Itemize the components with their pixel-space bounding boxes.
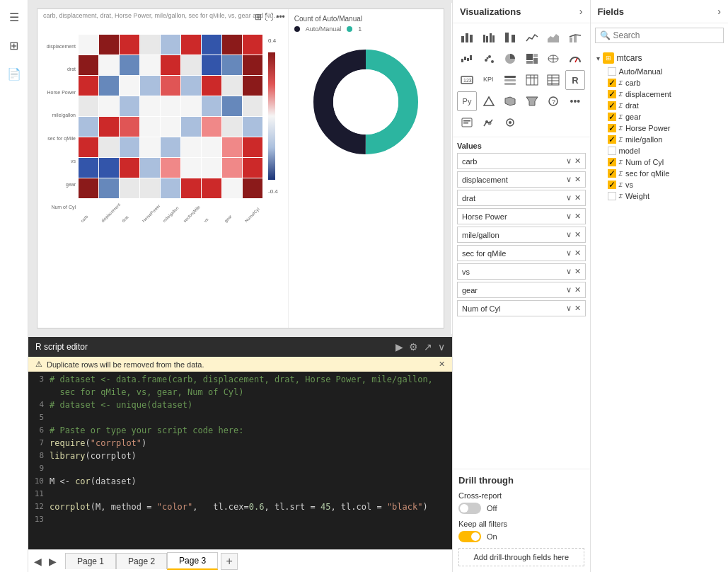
collapse-icon[interactable]: ∨: [438, 341, 445, 353]
viz-filled-map[interactable]: [500, 91, 520, 111]
focus-icon[interactable]: ⛶: [265, 12, 273, 22]
viz-clustered-bar[interactable]: [479, 28, 499, 47]
viz-panel-expand[interactable]: ›: [579, 6, 583, 17]
value-item-sec-qmile[interactable]: sec for qMile ∨ ✕: [457, 245, 586, 261]
more-icon[interactable]: •••: [276, 12, 285, 22]
value-remove[interactable]: ✕: [574, 156, 581, 166]
field-item-sec-qmile[interactable]: ✓ Σ sec for qMile: [591, 168, 729, 179]
add-page-button[interactable]: +: [221, 553, 238, 570]
viz-funnel[interactable]: [522, 91, 542, 111]
field-item-horse-power[interactable]: ✓ Σ Horse Power: [591, 122, 729, 134]
viz-card[interactable]: 123: [457, 70, 477, 90]
viz-stacked-column[interactable]: [500, 28, 520, 47]
line-num: 10: [28, 476, 50, 489]
fields-search-box[interactable]: 🔍: [595, 28, 724, 43]
value-item-drat[interactable]: drat ∨ ✕: [457, 190, 586, 206]
viz-format-icon[interactable]: [457, 113, 477, 132]
value-item-vs[interactable]: vs ∨ ✕: [457, 263, 586, 280]
value-remove[interactable]: ✕: [574, 248, 581, 258]
viz-scatter[interactable]: [479, 49, 499, 69]
viz-waterfall[interactable]: [457, 49, 477, 69]
page-tab-1[interactable]: Page 1: [65, 553, 116, 569]
keep-filters-toggle[interactable]: [458, 531, 481, 542]
value-chevron[interactable]: ∨: [566, 175, 572, 184]
value-item-gear[interactable]: gear ∨ ✕: [457, 282, 586, 298]
field-checkbox: ✓: [608, 101, 616, 110]
value-item-mile-gallon[interactable]: mile/gallon ∨ ✕: [457, 227, 586, 243]
cross-report-toggle[interactable]: [458, 503, 481, 514]
prev-page-arrow[interactable]: ◀: [31, 554, 45, 568]
value-chevron[interactable]: ∨: [566, 267, 572, 276]
r-editor-body[interactable]: 3 # dataset <- data.frame(carb, displace…: [28, 372, 452, 549]
value-remove[interactable]: ✕: [574, 230, 581, 239]
value-chevron[interactable]: ∨: [566, 230, 572, 239]
value-remove[interactable]: ✕: [574, 285, 581, 294]
viz-more[interactable]: •••: [565, 91, 585, 111]
viz-gauge[interactable]: [565, 49, 585, 69]
viz-line[interactable]: [522, 28, 542, 47]
settings-icon[interactable]: ⚙: [409, 341, 418, 353]
filters-panel-tab[interactable]: Filters: [450, 3, 452, 334]
line-code: # dataset <- data.frame(carb, displaceme…: [50, 374, 433, 387]
field-item-weight[interactable]: Σ Weight: [591, 190, 729, 202]
warning-close[interactable]: ✕: [439, 360, 445, 369]
value-remove[interactable]: ✕: [574, 193, 581, 202]
field-item-num-cyl[interactable]: ✓ Σ Num of Cyl: [591, 156, 729, 168]
viz-treemap[interactable]: [522, 49, 542, 69]
value-chevron[interactable]: ∨: [566, 212, 572, 221]
value-chevron[interactable]: ∨: [566, 285, 572, 294]
viz-fields-icon[interactable]: [500, 113, 520, 132]
report-icon[interactable]: 📄: [3, 62, 25, 85]
add-drill-through-button[interactable]: Add drill-through fields here: [458, 548, 584, 566]
viz-slicer[interactable]: [500, 70, 520, 90]
value-chevron[interactable]: ∨: [566, 248, 572, 258]
viz-analytics-icon[interactable]: [479, 113, 499, 132]
menu-icon[interactable]: ☰: [3, 6, 25, 28]
field-item-model[interactable]: model: [591, 145, 729, 156]
run-icon[interactable]: ▶: [395, 341, 403, 353]
value-item-num-cyl[interactable]: Num of Cyl ∨ ✕: [457, 300, 586, 316]
value-item-horse-power[interactable]: Horse Power ∨ ✕: [457, 208, 586, 224]
field-item-auto-manual[interactable]: Auto/Manual: [591, 66, 729, 77]
viz-qa[interactable]: ?: [543, 91, 563, 111]
viz-table[interactable]: [522, 70, 542, 90]
field-item-carb[interactable]: ✓ Σ carb: [591, 77, 729, 88]
page-tab-2[interactable]: Page 2: [116, 553, 167, 569]
fields-search-input[interactable]: [613, 30, 720, 40]
field-item-drat[interactable]: ✓ Σ drat: [591, 100, 729, 111]
field-group-header[interactable]: ▾ ⊞ mtcars: [591, 50, 729, 66]
value-remove[interactable]: ✕: [574, 304, 581, 313]
field-item-gear[interactable]: ✓ Σ gear: [591, 111, 729, 122]
value-item-carb[interactable]: carb ∨ ✕: [457, 153, 586, 169]
viz-combo[interactable]: [565, 28, 585, 47]
field-item-mile-gallon[interactable]: ✓ Σ mile/gallon: [591, 134, 729, 145]
viz-py[interactable]: Py: [457, 91, 477, 111]
field-item-vs[interactable]: ✓ Σ vs: [591, 179, 729, 190]
cross-report-state: Off: [487, 504, 497, 513]
viz-area[interactable]: [543, 28, 563, 47]
filter-icon[interactable]: ⊞: [255, 12, 262, 22]
value-chevron[interactable]: ∨: [566, 156, 572, 166]
field-checkbox: ✓: [608, 169, 616, 178]
viz-shape[interactable]: [479, 91, 499, 111]
value-remove[interactable]: ✕: [574, 267, 581, 276]
pages-icon[interactable]: ⊞: [3, 34, 25, 57]
value-chevron[interactable]: ∨: [566, 193, 572, 202]
viz-r-visual[interactable]: R: [565, 70, 585, 90]
field-checkbox: ✓: [608, 113, 616, 121]
expand-icon[interactable]: ↗: [424, 341, 432, 353]
viz-map[interactable]: [543, 49, 563, 69]
value-chevron[interactable]: ∨: [566, 304, 572, 313]
field-item-displacement[interactable]: ✓ Σ displacement: [591, 88, 729, 100]
value-remove[interactable]: ✕: [574, 212, 581, 221]
viz-pie[interactable]: [500, 49, 520, 69]
fields-panel-expand[interactable]: ›: [717, 6, 721, 17]
field-sum-icon: Σ: [619, 136, 623, 143]
viz-kpi[interactable]: KPI: [479, 70, 499, 90]
page-tab-3[interactable]: Page 3: [167, 552, 218, 570]
value-item-displacement[interactable]: displacement ∨ ✕: [457, 171, 586, 188]
next-page-arrow[interactable]: ▶: [46, 554, 59, 568]
viz-matrix[interactable]: [543, 70, 563, 90]
value-remove[interactable]: ✕: [574, 175, 581, 184]
viz-stacked-bar[interactable]: [457, 28, 477, 47]
